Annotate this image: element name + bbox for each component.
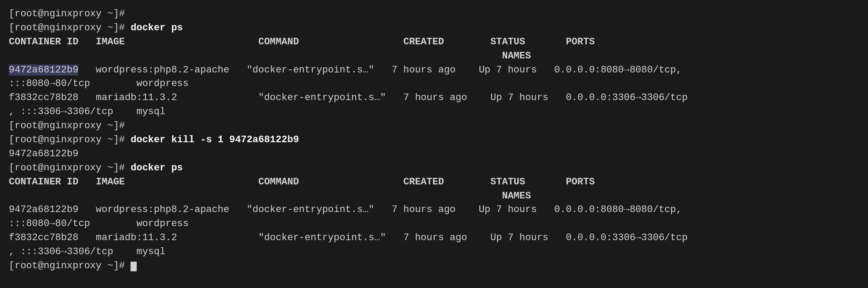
container-id-highlighted: 9472a68122b9 [9,65,78,76]
terminal-line: CONTAINER ID IMAGE COMMAND CREATED STATU… [9,35,859,49]
terminal-line: f3832cc78b28 mariadb:11.3.2 "docker-entr… [9,231,859,245]
terminal-line: , :::3306→3306/tcp mysql [9,245,859,259]
terminal-line: CONTAINER ID IMAGE COMMAND CREATED STATU… [9,175,859,189]
prompt-text: [root@nginxproxy ~]# [9,134,131,145]
command-text: docker ps [131,22,183,33]
command-text: docker ps [131,162,183,173]
terminal-line: 9472a68122b9 [9,147,859,161]
terminal-line: [root@nginxproxy ~]# [9,119,859,133]
prompt-text: [root@nginxproxy ~]# [9,260,131,271]
prompt-text: [root@nginxproxy ~]# [9,22,131,33]
terminal-line: [root@nginxproxy ~]# docker ps [9,21,859,35]
terminal-line: [root@nginxproxy ~]# [9,7,859,21]
terminal-line: 9472a68122b9 wordpress:php8.2-apache "do… [9,63,859,77]
terminal-line: NAMES [9,189,859,203]
terminal-line: [root@nginxproxy ~]# [9,259,859,273]
terminal-line: [root@nginxproxy ~]# docker kill -s 1 94… [9,133,859,147]
cursor [131,262,137,271]
terminal-line: :::8080→80/tcp wordpress [9,217,859,231]
terminal-line: 9472a68122b9 wordpress:php8.2-apache "do… [9,203,859,217]
command-text: docker kill -s 1 9472a68122b9 [131,134,299,145]
terminal-line: NAMES [9,49,859,63]
terminal: [root@nginxproxy ~]#[root@nginxproxy ~]#… [9,7,859,273]
terminal-line: :::8080→80/tcp wordpress [9,77,859,91]
terminal-line: [root@nginxproxy ~]# docker ps [9,161,859,175]
row-data: wordpress:php8.2-apache "docker-entrypoi… [78,65,682,76]
terminal-line: , :::3306→3306/tcp mysql [9,105,859,119]
prompt-text: [root@nginxproxy ~]# [9,162,131,173]
terminal-line: f3832cc78b28 mariadb:11.3.2 "docker-entr… [9,91,859,105]
